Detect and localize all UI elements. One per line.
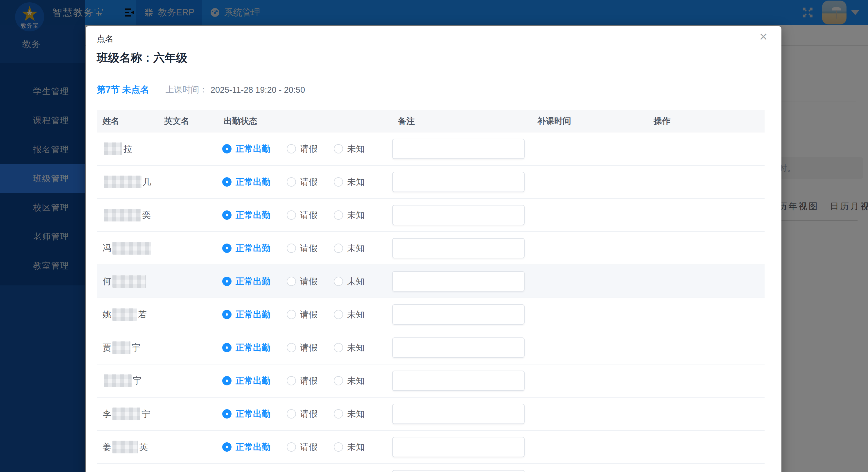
name-pixelated-blur xyxy=(113,242,151,255)
radio-dot-icon xyxy=(222,409,231,418)
table-row: 姜 英 正常出勤 请假 未知 xyxy=(97,431,765,464)
remark-cell xyxy=(392,238,532,258)
radio-leave[interactable]: 请假 xyxy=(287,242,317,254)
remark-input[interactable] xyxy=(392,172,525,192)
remark-cell xyxy=(392,404,532,424)
close-icon[interactable]: × xyxy=(760,28,768,45)
header-makeup-time: 补课时间 xyxy=(532,115,648,127)
name-visible-suffix: 拉 xyxy=(123,143,132,155)
status-cell: 正常出勤 请假 未知 xyxy=(218,342,392,354)
remark-input[interactable] xyxy=(392,337,525,358)
status-cell: 正常出勤 请假 未知 xyxy=(218,309,392,321)
radio-unknown[interactable]: 未知 xyxy=(334,275,365,288)
header-status: 出勤状态 xyxy=(218,115,392,127)
student-name-cell: 姚 若 xyxy=(97,308,158,321)
table-row: 宇 正常出勤 请假 未知 xyxy=(97,364,765,397)
remark-input[interactable] xyxy=(392,470,525,472)
dialog-title: 点名 xyxy=(97,33,114,45)
student-name-cell: 拉 xyxy=(97,142,158,155)
remark-input[interactable] xyxy=(392,271,525,292)
name-pixelated-blur xyxy=(104,374,132,387)
student-name-cell: 姜 英 xyxy=(97,441,158,453)
radio-leave[interactable]: 请假 xyxy=(287,342,317,354)
table-row: 何 正常出勤 请假 未知 xyxy=(97,265,765,298)
name-visible-suffix: 英 xyxy=(139,441,148,453)
remark-input[interactable] xyxy=(392,139,525,159)
radio-present[interactable]: 正常出勤 xyxy=(222,375,271,387)
radio-dot-icon xyxy=(222,177,231,186)
status-cell: 正常出勤 请假 未知 xyxy=(218,209,392,221)
radio-present[interactable]: 正常出勤 xyxy=(222,309,271,321)
remark-cell xyxy=(392,304,532,325)
radio-leave[interactable]: 请假 xyxy=(287,441,317,453)
radio-unknown[interactable]: 未知 xyxy=(334,209,365,221)
table-row: 冯 正常出勤 请假 未知 xyxy=(97,232,765,265)
remark-cell xyxy=(392,205,532,225)
radio-dot-icon xyxy=(334,442,343,452)
remark-cell xyxy=(392,172,532,192)
radio-dot-icon xyxy=(334,277,343,286)
radio-unknown[interactable]: 未知 xyxy=(334,375,365,387)
header-english-name: 英文名 xyxy=(158,115,218,127)
radio-present[interactable]: 正常出勤 xyxy=(222,242,271,254)
radio-unknown[interactable]: 未知 xyxy=(334,242,365,254)
remark-input[interactable] xyxy=(392,304,525,325)
radio-unknown[interactable]: 未知 xyxy=(334,309,365,321)
radio-leave[interactable]: 请假 xyxy=(287,275,317,288)
radio-unknown[interactable]: 未知 xyxy=(334,342,365,354)
student-name-cell: 几 xyxy=(97,176,158,188)
radio-unknown[interactable]: 未知 xyxy=(334,143,365,155)
radio-dot-icon xyxy=(334,144,343,153)
header-remark: 备注 xyxy=(392,115,532,127)
student-name-cell: 李 宁 xyxy=(97,408,158,420)
remark-input[interactable] xyxy=(392,371,525,391)
header-action: 操作 xyxy=(648,115,765,127)
radio-leave[interactable]: 请假 xyxy=(287,408,317,420)
name-visible-prefix: 何 xyxy=(102,275,111,288)
remark-cell xyxy=(392,139,532,159)
status-cell: 正常出勤 请假 未知 xyxy=(218,441,392,453)
radio-present[interactable]: 正常出勤 xyxy=(222,342,271,354)
radio-leave[interactable]: 请假 xyxy=(287,375,317,387)
attendance-table-body: 拉 正常出勤 请假 未知 几 xyxy=(97,132,765,472)
radio-dot-icon xyxy=(334,210,343,220)
name-pixelated-blur xyxy=(104,176,142,188)
radio-dot-icon xyxy=(287,310,296,319)
name-pixelated-blur xyxy=(113,275,146,288)
attendance-table: 姓名 英文名 出勤状态 备注 补课时间 操作 拉 正常出勤 请假 未 xyxy=(97,110,765,472)
remark-input[interactable] xyxy=(392,238,525,258)
table-row: 姚 若 正常出勤 请假 未知 xyxy=(97,298,765,331)
radio-leave[interactable]: 请假 xyxy=(287,309,317,321)
status-cell: 正常出勤 请假 未知 xyxy=(218,275,392,288)
name-pixelated-blur xyxy=(113,408,140,420)
remark-input[interactable] xyxy=(392,404,525,424)
radio-dot-icon xyxy=(287,277,296,286)
radio-present[interactable]: 正常出勤 xyxy=(222,275,271,288)
name-visible-prefix: 冯 xyxy=(102,242,111,254)
radio-leave[interactable]: 请假 xyxy=(287,143,317,155)
lesson-status[interactable]: 第7节 未点名 xyxy=(97,84,149,96)
class-time-value: 2025-11-28 19:20 - 20:50 xyxy=(211,85,305,95)
remark-input[interactable] xyxy=(392,437,525,457)
radio-dot-icon xyxy=(334,243,343,253)
radio-unknown[interactable]: 未知 xyxy=(334,176,365,188)
radio-dot-icon xyxy=(334,376,343,385)
remark-cell xyxy=(392,470,532,472)
radio-dot-icon xyxy=(222,210,231,220)
radio-dot-icon xyxy=(287,343,296,352)
radio-dot-icon xyxy=(222,243,231,253)
name-pixelated-blur xyxy=(113,441,138,453)
radio-present[interactable]: 正常出勤 xyxy=(222,408,271,420)
radio-present[interactable]: 正常出勤 xyxy=(222,209,271,221)
radio-dot-icon xyxy=(287,210,296,220)
remark-input[interactable] xyxy=(392,205,525,225)
radio-dot-icon xyxy=(334,310,343,319)
radio-unknown[interactable]: 未知 xyxy=(334,441,365,453)
radio-leave[interactable]: 请假 xyxy=(287,176,317,188)
radio-present[interactable]: 正常出勤 xyxy=(222,176,271,188)
radio-unknown[interactable]: 未知 xyxy=(334,408,365,420)
radio-present[interactable]: 正常出勤 xyxy=(222,441,271,453)
radio-dot-icon xyxy=(287,177,296,186)
radio-leave[interactable]: 请假 xyxy=(287,209,317,221)
radio-present[interactable]: 正常出勤 xyxy=(222,143,271,155)
